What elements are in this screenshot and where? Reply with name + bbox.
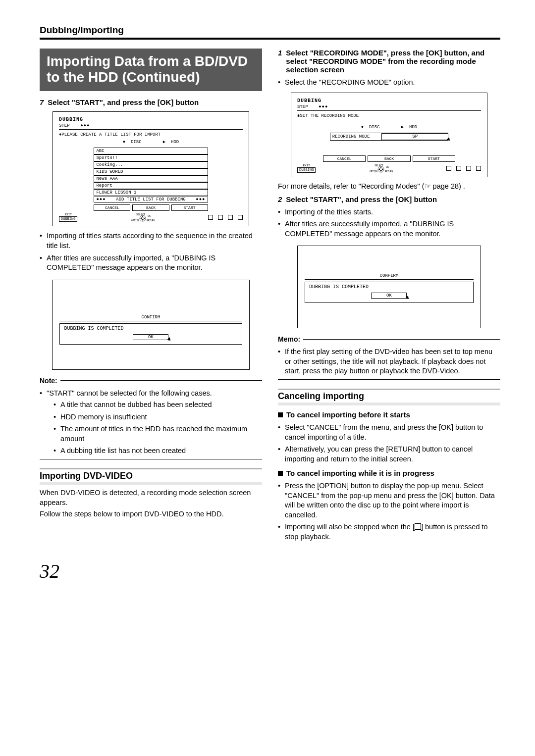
step-text: Select "RECORDING MODE", press the [OK] … (286, 49, 500, 74)
hint-indicators (446, 166, 481, 171)
svg-text:OPTION: OPTION (370, 170, 378, 173)
list-item[interactable]: Report (94, 182, 208, 189)
list-item[interactable]: Sports!! (94, 154, 208, 161)
confirm-title: CONFIRM (305, 273, 474, 278)
stop-icon (415, 523, 421, 530)
nav-hint-icon: SELECT OK OPTION RETURN (130, 213, 155, 222)
step-number: 1 (278, 49, 282, 74)
fig-title: DUBBING (59, 117, 243, 122)
exit-dubbing-button[interactable]: DUBBING (59, 216, 77, 222)
cancel-button[interactable]: CANCEL (94, 204, 130, 211)
confirm-message: DUBBING IS COMPLETED (309, 284, 469, 290)
page-title: Importing Data from a BD/DVD to the HDD … (47, 53, 255, 85)
step-number: 7 (40, 98, 44, 106)
cancel-item: Importing will also be stopped when the … (278, 522, 500, 542)
note-item: After titles are successfully imported, … (40, 253, 262, 273)
cancel-item: Press the [OPTION] button to display the… (278, 481, 500, 520)
exit-label: EXIT (59, 213, 77, 216)
exit-dubbing-button[interactable]: DUBBING (297, 167, 316, 173)
reference-text: For more details, refer to "Recording Mo… (278, 182, 500, 190)
list-item[interactable]: Cooking... (94, 161, 208, 168)
back-button[interactable]: BACK (368, 155, 410, 162)
note-item: Importing of titles starts according to … (40, 231, 262, 251)
step-7-heading: 7 Select "START", and press the [OK] but… (40, 98, 262, 106)
title-list: ABC Sports!! Cooking... KIDS WORLD News … (94, 148, 208, 202)
cancel-during-heading: To cancel importing while it is in progr… (278, 469, 500, 477)
step-2-heading: 2 Select "START", and press the [OK] but… (278, 195, 500, 203)
note-item: HDD memory is insufficient (54, 412, 262, 422)
svg-text:RETURN: RETURN (147, 219, 155, 222)
disc-label: DISC (131, 140, 142, 145)
confirm-message: DUBBING IS COMPLETED (64, 326, 237, 331)
step-text: Select "START", and press the [OK] butto… (48, 98, 199, 106)
hdd-label: HDD (171, 140, 179, 145)
start-button[interactable]: START (171, 204, 208, 211)
recording-mode-field[interactable]: RECORDING MODE SP (330, 133, 449, 141)
fig-step-label: STEP (59, 123, 70, 128)
section-heading: Dubbing/Importing (40, 25, 500, 40)
ok-button[interactable]: OK (371, 293, 407, 299)
importing-dvd-video-heading: Importing DVD-VIDEO (40, 468, 262, 485)
fig-instruction: ✱PLEASE CREATE A TITLE LIST FOR IMPORT (59, 132, 243, 137)
svg-text:RETURN: RETURN (385, 170, 393, 173)
step-1-sub: Select the "RECORDING MODE" option. (278, 78, 500, 88)
step-dots: ●●● (80, 123, 90, 128)
fig-title: DUBBING (297, 98, 481, 103)
memo-item: If the first play setting of the DVD-vid… (278, 347, 500, 376)
start-button[interactable]: START (413, 155, 455, 162)
list-item[interactable]: FLOWER LESSON 1 (94, 189, 208, 196)
cancel-before-heading: To cancel importing before it starts (278, 410, 500, 419)
cancel-item: Alternatively, you can press the [RETURN… (278, 445, 500, 464)
add-title-row[interactable]: ●●● ADD TITLE LIST FOR DUBBING ●●● (94, 197, 208, 202)
step-number: 2 (278, 195, 282, 203)
step-2-sub: Importing of the titles starts. (278, 207, 500, 217)
back-button[interactable]: BACK (132, 204, 169, 211)
list-item[interactable]: KIDS WORLD (94, 168, 208, 175)
recording-mode-label: RECORDING MODE (330, 133, 382, 140)
note-lead: "START" cannot be selected for the follo… (40, 389, 262, 456)
memo-label: Memo: (278, 335, 500, 343)
figure-recording-mode: DUBBING STEP ●●● ✱SET THE RECORDING MODE… (291, 93, 487, 177)
svg-text:SELECT: SELECT (374, 164, 383, 167)
note-label: Note: (40, 377, 262, 385)
list-item[interactable]: ABC (94, 148, 208, 154)
svg-text:OK: OK (148, 215, 151, 218)
note-item: A title that cannot be dubbed has been s… (54, 400, 262, 410)
fig-instruction: ✱SET THE RECORDING MODE (297, 113, 481, 118)
fig-step-label: STEP (297, 104, 308, 109)
svg-text:SELECT: SELECT (136, 213, 145, 216)
step-2-sub: After titles are successfully imported, … (278, 219, 500, 239)
hdd-label: HDD (409, 125, 417, 130)
body-text: When DVD-VIDEO is detected, a recording … (40, 488, 262, 507)
figure-dubbing-title-list: DUBBING STEP ●●● ✱PLEASE CREATE A TITLE … (53, 111, 249, 226)
cancel-button[interactable]: CANCEL (323, 155, 366, 162)
body-text: Follow the steps below to import DVD-VID… (40, 509, 262, 519)
note-item: A dubbing title list has not been create… (54, 446, 262, 456)
disc-label: DISC (369, 125, 380, 130)
hint-indicators (208, 215, 243, 220)
exit-label: EXIT (297, 164, 316, 167)
step-7-notes: Importing of titles starts according to … (40, 231, 262, 272)
page-number: 32 (40, 559, 500, 583)
nav-hint-icon: SELECT OK OPTION RETURN (369, 164, 393, 173)
note-item: The amount of titles in the HDD has reac… (54, 424, 262, 444)
recording-mode-value: SP (381, 133, 448, 140)
step-dots: ●●● (319, 104, 328, 109)
add-title-label: ADD TITLE LIST FOR DUBBING (116, 197, 185, 202)
list-item[interactable]: News AAA (94, 175, 208, 182)
figure-confirm-dialog: CONFIRM DUBBING IS COMPLETED OK (52, 280, 249, 370)
confirm-title: CONFIRM (59, 315, 242, 320)
page-title-box: Importing Data from a BD/DVD to the HDD … (40, 49, 262, 91)
svg-text:OPTION: OPTION (131, 219, 140, 222)
cancel-item: Select "CANCEL" from the menu, and press… (278, 423, 500, 442)
canceling-importing-heading: Canceling importing (278, 389, 500, 405)
step-text: Select "START", and press the [OK] butto… (286, 195, 437, 203)
figure-confirm-dialog: CONFIRM DUBBING IS COMPLETED OK (297, 246, 481, 328)
step-1-heading: 1 Select "RECORDING MODE", press the [OK… (278, 49, 500, 74)
svg-text:OK: OK (386, 166, 389, 169)
ok-button[interactable]: OK (133, 334, 168, 340)
